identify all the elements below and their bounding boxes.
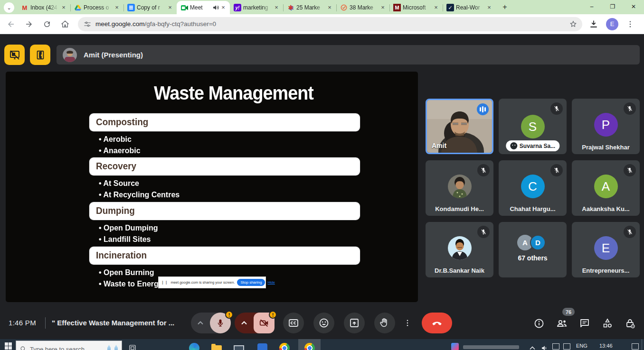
home-icon[interactable] — [58, 17, 72, 31]
hide-banner-link[interactable]: Hide — [267, 280, 275, 285]
tab-meet-active[interactable]: Meet × — [177, 1, 230, 14]
asterisk-icon: ✱ — [287, 4, 294, 11]
close-icon[interactable]: × — [273, 4, 280, 11]
tab-marketing[interactable]: y! marketing × — [230, 1, 283, 14]
yahoo-icon: y! — [234, 4, 241, 11]
stop-sharing-button[interactable]: Stop sharing — [237, 279, 265, 286]
tab-audio-icon[interactable] — [213, 5, 219, 10]
avatar: E — [594, 236, 618, 260]
participant-tile-aakanksha[interactable]: A Aakanksha Ku... — [572, 160, 640, 216]
taskbar-app-icon[interactable] — [451, 343, 459, 350]
close-icon[interactable]: × — [60, 4, 67, 11]
chrome-icon — [303, 342, 316, 350]
volume-icon[interactable] — [539, 342, 551, 350]
tab-microsoft[interactable]: M Microsoft × — [389, 1, 443, 14]
tab-38-marketing[interactable]: 38 Marke × — [336, 1, 389, 14]
close-icon[interactable]: × — [432, 4, 440, 11]
smiley-icon — [318, 317, 330, 329]
profile-avatar[interactable]: E — [606, 18, 618, 30]
mic-options-chevron-icon[interactable] — [191, 321, 210, 325]
chat-panel-button[interactable] — [578, 317, 591, 330]
close-icon[interactable]: × — [485, 4, 493, 11]
camera-options-chevron-icon[interactable] — [235, 321, 254, 325]
tray-keyboard-icon[interactable] — [632, 343, 639, 350]
camera-button[interactable]: ! — [254, 313, 275, 333]
participant-tile-sankar[interactable]: Dr.B.Sankar Naik — [426, 222, 493, 277]
window-close-button[interactable]: ✕ — [623, 0, 644, 13]
tray-chevron-icon[interactable] — [526, 342, 539, 350]
app-window-icon[interactable] — [233, 342, 245, 350]
participant-tile-prajwal[interactable]: P Prajwal Shekhar — [572, 99, 640, 154]
others-count-label: 67 others — [499, 254, 567, 262]
participant-tile-others[interactable]: A D 67 others — [499, 222, 567, 277]
people-panel-button[interactable] — [555, 317, 568, 330]
reactions-button[interactable] — [313, 313, 334, 333]
forward-icon[interactable] — [22, 17, 36, 31]
tray-app-icon[interactable] — [563, 343, 570, 350]
task-view-icon[interactable] — [126, 342, 139, 350]
close-icon[interactable]: × — [219, 4, 227, 11]
tab-25-marketing[interactable]: ✱ 25 Marke × — [283, 1, 336, 14]
language-indicator[interactable]: ENG — [576, 343, 587, 349]
site-settings-icon[interactable] — [84, 20, 91, 28]
browser-menu-icon[interactable] — [626, 20, 635, 28]
mic-button[interactable]: ! — [210, 313, 231, 333]
captions-button[interactable] — [283, 313, 304, 333]
slide-bullet: Open Dumping — [99, 223, 158, 233]
taskbar-search-box[interactable]: Type here to search — [16, 341, 122, 350]
tab-inbox[interactable]: M Inbox (424 × — [17, 1, 70, 14]
participant-tile-kondamudi[interactable]: Kondamudi He... — [426, 160, 493, 216]
chrome-active-slot[interactable] — [298, 339, 321, 350]
chrome-icon[interactable] — [278, 342, 291, 350]
mic-off-icon — [624, 164, 636, 176]
tray-app-icon[interactable] — [552, 343, 559, 350]
url-text[interactable]: meet.google.com/gfa-bqfy-ctq?authuser=0 — [95, 20, 569, 28]
window-restore-button[interactable]: ❐ — [602, 0, 623, 13]
present-icon — [349, 317, 360, 329]
blue-app-icon[interactable] — [256, 342, 268, 350]
participant-tile-chahat[interactable]: C Chahat Hargu... — [499, 160, 567, 216]
tab-real-world[interactable]: ✓ Real-Wor × — [443, 1, 496, 14]
tab-search-button[interactable]: ⌄ — [4, 2, 14, 13]
close-icon[interactable]: × — [379, 4, 387, 11]
show-desktop-button[interactable] — [642, 339, 644, 350]
taskbar-clock[interactable]: 13:46 — [599, 343, 613, 349]
activities-button[interactable] — [601, 317, 614, 330]
tab-label: Real-Wor — [456, 4, 483, 11]
divider — [45, 317, 46, 329]
participant-tile-entrepreneurs[interactable]: E Entrepreneurs... — [572, 222, 640, 277]
meeting-details-button[interactable] — [532, 317, 546, 330]
raise-hand-button[interactable] — [374, 313, 395, 333]
avatar: P — [594, 113, 618, 137]
camera-control-group[interactable]: ! — [235, 313, 275, 333]
address-bar[interactable]: meet.google.com/gfa-bqfy-ctq?authuser=0 — [78, 17, 582, 31]
present-button[interactable] — [344, 313, 365, 333]
start-button[interactable] — [5, 342, 12, 350]
mic-control-group[interactable]: ! — [191, 313, 231, 333]
edge-icon[interactable] — [188, 342, 200, 350]
close-icon[interactable]: × — [326, 4, 333, 11]
bookmark-star-icon[interactable] — [569, 20, 578, 28]
participant-tile-amit[interactable]: Amit — [426, 99, 493, 154]
tab-process[interactable]: Process o × — [70, 1, 123, 14]
tab-copy-of[interactable]: Copy of r × — [123, 1, 177, 14]
close-icon[interactable]: × — [113, 4, 121, 11]
slide-bullet: At Recycling Centres — [99, 190, 180, 200]
reload-icon[interactable] — [40, 17, 54, 31]
download-icon[interactable] — [589, 19, 598, 29]
host-controls-button[interactable] — [624, 317, 637, 330]
participant-name: Chahat Hargu... — [501, 205, 565, 212]
slide-bullet: Anaerobic — [99, 146, 141, 156]
new-tab-button[interactable]: + — [499, 1, 511, 13]
close-icon[interactable]: × — [166, 4, 174, 11]
stop-presentation-button[interactable] — [4, 45, 25, 65]
search-highlight-icon — [107, 345, 118, 350]
participant-tile-suvarna[interactable]: S Suvarna Sa... — [499, 99, 567, 154]
presenter-label: Amit (Presenting) — [84, 51, 143, 59]
back-icon[interactable] — [4, 17, 18, 31]
leave-room-button[interactable] — [30, 45, 50, 65]
file-explorer-icon[interactable] — [210, 342, 223, 350]
window-minimize-button[interactable]: – — [581, 0, 602, 13]
end-call-button[interactable] — [422, 313, 452, 333]
more-options-button[interactable] — [399, 313, 416, 333]
